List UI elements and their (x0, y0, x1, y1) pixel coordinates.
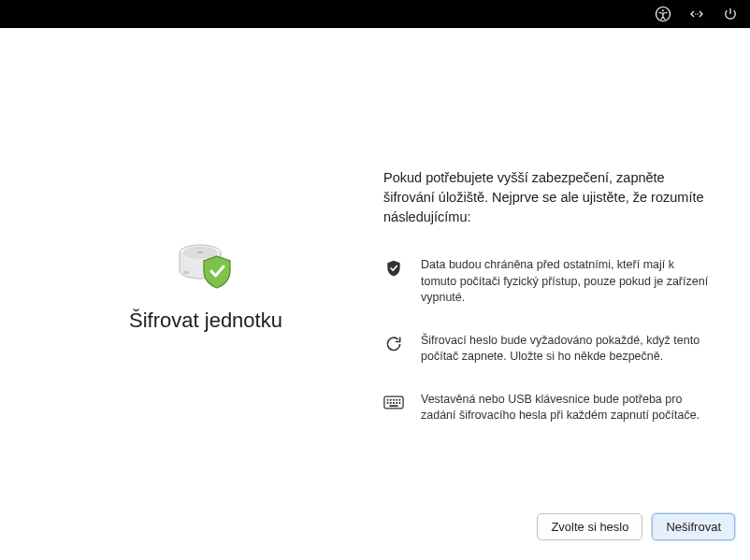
dont-encrypt-button[interactable]: Nešifrovat (652, 513, 735, 540)
refresh-icon (383, 334, 404, 354)
bullet-text: Data budou chráněna před ostatními, kteř… (421, 257, 713, 307)
shield-check-icon (383, 258, 404, 279)
svg-point-7 (197, 251, 203, 253)
bullet-list: Data budou chráněna před ostatními, kteř… (383, 257, 713, 424)
svg-rect-8 (183, 271, 189, 274)
power-icon[interactable] (722, 6, 739, 22)
content-area: Šifrovat jednotku Pokud potřebujete vyšš… (0, 28, 750, 506)
code-expand-icon[interactable] (688, 6, 705, 22)
top-bar (0, 0, 750, 28)
svg-rect-20 (389, 405, 397, 407)
bullet-item: Vestavěná nebo USB klávesnice bude potře… (383, 392, 713, 424)
svg-rect-10 (387, 399, 389, 401)
svg-rect-16 (390, 402, 392, 404)
svg-point-4 (698, 13, 699, 14)
drive-shield-icon (176, 234, 236, 290)
accessibility-icon[interactable] (655, 6, 671, 22)
svg-rect-11 (390, 399, 392, 401)
choose-password-button[interactable]: Zvolte si heslo (537, 513, 642, 540)
svg-point-2 (695, 13, 696, 14)
svg-rect-19 (399, 402, 401, 404)
svg-rect-18 (396, 402, 397, 404)
bullet-item: Šifrovací heslo bude vyžadováno pokaždé,… (383, 333, 713, 366)
page-title: Šifrovat jednotku (129, 309, 282, 333)
footer-bar: Zvolte si heslo Nešifrovat (0, 506, 750, 560)
svg-rect-14 (399, 399, 401, 401)
bullet-item: Data budou chráněna před ostatními, kteř… (383, 257, 713, 307)
svg-rect-12 (393, 399, 395, 401)
installer-window: Šifrovat jednotku Pokud potřebujete vyšš… (0, 28, 750, 560)
bullet-text: Vestavěná nebo USB klávesnice bude potře… (421, 392, 713, 424)
svg-rect-15 (387, 402, 389, 404)
svg-point-1 (662, 9, 664, 11)
intro-text: Pokud potřebujete vyšší zabezpečení, zap… (383, 168, 713, 227)
svg-rect-17 (393, 402, 395, 404)
left-pane: Šifrovat jednotku (28, 75, 383, 333)
svg-point-3 (696, 13, 697, 14)
right-pane: Pokud potřebujete vyšší zabezpečení, zap… (383, 75, 722, 424)
svg-rect-13 (396, 399, 397, 401)
keyboard-icon (383, 393, 404, 413)
bullet-text: Šifrovací heslo bude vyžadováno pokaždé,… (421, 333, 713, 366)
